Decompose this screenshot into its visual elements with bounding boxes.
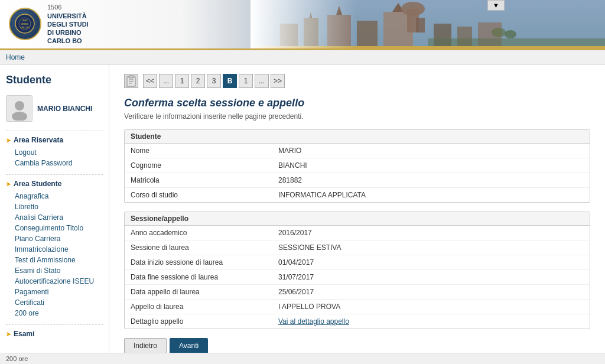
wizard-step-1b[interactable]: 1 <box>239 74 253 88</box>
label-matricola: Matricola <box>125 173 272 188</box>
wizard-ellipsis-left[interactable]: ... <box>159 74 173 88</box>
table-row: Data appello di laurea 25/06/2017 <box>125 285 590 300</box>
avatar <box>6 95 32 122</box>
value-appello: I APPELLO PROVA <box>272 300 590 314</box>
svg-text:CARLO BO: CARLO BO <box>20 27 30 29</box>
sidebar-item-analisi-carriera[interactable]: Analisi Carriera <box>6 212 103 223</box>
value-data-inizio: 01/04/2017 <box>272 255 590 270</box>
table-row: Matricola 281882 <box>125 173 590 188</box>
wizard-step-b[interactable]: B <box>223 74 237 88</box>
value-matricola: 281882 <box>272 173 590 188</box>
header: UNIV URBINO CARLO BO 1506 UNIVERSITÀ DEG… <box>0 0 605 50</box>
sidebar-item-conseguimento-titolo[interactable]: Conseguimento Titolo <box>6 223 103 233</box>
svg-rect-28 <box>129 76 134 78</box>
sidebar-item-logout[interactable]: Logout <box>6 147 103 158</box>
label-sessione: Sessione di laurea <box>125 240 272 255</box>
sessione-section-header: Sessione/appello <box>125 212 590 226</box>
wizard-step-2[interactable]: 2 <box>191 74 205 88</box>
wizard-clipboard-icon <box>124 74 138 88</box>
table-row: Dettaglio appello Vai al dettaglio appel… <box>125 314 590 329</box>
wizard-next-next[interactable]: >> <box>271 74 285 88</box>
sidebar: Studente MARIO BIANCHI Area Riservata Lo… <box>0 65 109 362</box>
table-row: Nome MARIO <box>125 144 590 158</box>
label-anno: Anno accademico <box>125 226 272 240</box>
sidebar-item-immatricolazione[interactable]: Immatricolazione <box>6 244 103 255</box>
wizard-ellipsis-right[interactable]: ... <box>255 74 269 88</box>
value-data-fine: 31/07/2017 <box>272 270 590 285</box>
label-corso: Corso di studio <box>125 188 272 203</box>
table-row: Anno accademico 2016/2017 <box>125 226 590 240</box>
label-appello: Appello di laurea <box>125 300 272 314</box>
student-name: MARIO BIANCHI <box>37 105 92 113</box>
avatar-section: MARIO BIANCHI <box>6 95 103 122</box>
studente-section-header: Studente <box>125 130 590 144</box>
university-seal: UNIV URBINO CARLO BO <box>9 8 41 40</box>
main-layout: Studente MARIO BIANCHI Area Riservata Lo… <box>0 65 605 362</box>
value-corso: INFORMATICA APPLICATA <box>272 188 590 203</box>
logo-section: UNIV URBINO CARLO BO 1506 UNIVERSITÀ DEG… <box>0 3 97 45</box>
status-bar: 200 ore <box>0 353 605 362</box>
svg-rect-24 <box>251 0 605 50</box>
label-data-fine: Data fine sessione di laurea <box>125 270 272 285</box>
esami-title: Esami <box>6 324 103 338</box>
nav-home[interactable]: Home <box>6 53 25 61</box>
wizard-prev-prev[interactable]: << <box>143 74 157 88</box>
sidebar-item-pagamenti[interactable]: Pagamenti <box>6 287 103 297</box>
label-data-appello: Data appello di laurea <box>125 285 272 300</box>
header-dropdown[interactable]: ▼ <box>487 0 505 11</box>
wizard-step-3[interactable]: 3 <box>207 74 221 88</box>
sidebar-title: Studente <box>6 74 103 86</box>
label-nome: Nome <box>125 144 272 158</box>
table-row: Appello di laurea I APPELLO PROVA <box>125 300 590 314</box>
table-row: Cognome BIANCHI <box>125 158 590 173</box>
value-nome: MARIO <box>272 144 590 158</box>
value-sessione: SESSIONE ESTIVA <box>272 240 590 255</box>
dettaglio-link[interactable]: Vai al dettaglio appello <box>278 317 349 326</box>
sessione-section: Sessione/appello Anno accademico 2016/20… <box>124 212 590 329</box>
sidebar-item-certificati[interactable]: Certificati <box>6 297 103 308</box>
svg-text:URBINO: URBINO <box>21 23 28 25</box>
svg-point-26 <box>12 112 27 121</box>
studente-section: Studente Nome MARIO Cognome BIANCHI Matr… <box>124 129 590 203</box>
area-studente-section: Area Studente Anagrafica Libretto Analis… <box>6 174 103 318</box>
status-text: 200 ore <box>6 355 28 362</box>
sidebar-item-test-ammissione[interactable]: Test di Ammissione <box>6 255 103 265</box>
sidebar-item-cambia-password[interactable]: Cambia Password <box>6 158 103 168</box>
button-row: Indietro Avanti <box>124 338 590 353</box>
label-dettaglio: Dettaglio appello <box>125 314 272 329</box>
page-title: Conferma scelta sessione e appello <box>124 97 590 109</box>
svg-text:UNIV: UNIV <box>22 19 28 22</box>
sidebar-item-piano-carriera[interactable]: Piano Carriera <box>6 233 103 244</box>
university-name: 1506 UNIVERSITÀ DEGLI STUDI DI URBINO CA… <box>47 3 89 45</box>
page-subtitle: Verificare le informazioni inserite nell… <box>124 112 590 121</box>
back-button[interactable]: Indietro <box>124 338 167 353</box>
sidebar-item-libretto[interactable]: Libretto <box>6 202 103 212</box>
label-cognome: Cognome <box>125 158 272 173</box>
content-area: << ... 1 2 3 B 1 ... >> Conferma scelta … <box>109 65 605 362</box>
sidebar-item-autocertificazione[interactable]: Autocertificazione ISEEU <box>6 276 103 287</box>
sessione-table: Anno accademico 2016/2017 Sessione di la… <box>125 226 590 329</box>
esami-section: Esami <box>6 324 103 338</box>
svg-point-25 <box>15 101 24 110</box>
area-studente-title: Area Studente <box>6 174 103 188</box>
nav-bar: Home <box>0 50 605 65</box>
table-row: Data inizio sessione di laurea 01/04/201… <box>125 255 590 270</box>
sidebar-item-esami-stato[interactable]: Esami di Stato <box>6 265 103 276</box>
studente-table: Nome MARIO Cognome BIANCHI Matricola 281… <box>125 144 590 202</box>
sidebar-item-anagrafica[interactable]: Anagrafica <box>6 191 103 202</box>
value-data-appello: 25/06/2017 <box>272 285 590 300</box>
value-dettaglio: Vai al dettaglio appello <box>272 314 590 329</box>
header-image <box>251 0 605 50</box>
value-cognome: BIANCHI <box>272 158 590 173</box>
table-row: Sessione di laurea SESSIONE ESTIVA <box>125 240 590 255</box>
next-button[interactable]: Avanti <box>170 338 208 353</box>
label-data-inizio: Data inizio sessione di laurea <box>125 255 272 270</box>
wizard-steps: << ... 1 2 3 B 1 ... >> <box>124 74 590 88</box>
value-anno: 2016/2017 <box>272 226 590 240</box>
table-row: Corso di studio INFORMATICA APPLICATA <box>125 188 590 203</box>
sidebar-item-200-ore[interactable]: 200 ore <box>6 308 103 318</box>
area-riservata-title: Area Riservata <box>6 131 103 144</box>
wizard-step-1[interactable]: 1 <box>175 74 189 88</box>
area-riservata-section: Area Riservata Logout Cambia Password <box>6 131 103 168</box>
table-row: Data fine sessione di laurea 31/07/2017 <box>125 270 590 285</box>
